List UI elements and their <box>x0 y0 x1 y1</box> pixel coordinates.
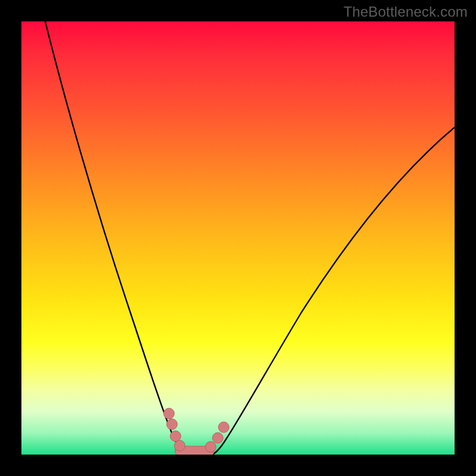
right-marker-3 <box>218 422 229 433</box>
left-marker-4 <box>174 440 185 451</box>
plot-area <box>21 21 455 455</box>
left-marker-3 <box>170 431 181 441</box>
right-marker-1 <box>205 441 216 452</box>
left-marker-1 <box>164 408 174 419</box>
right-curve <box>212 127 455 455</box>
outer-frame: TheBottleneck.com <box>0 0 476 476</box>
left-curve <box>45 21 188 455</box>
watermark-label: TheBottleneck.com <box>343 4 468 20</box>
left-marker-2 <box>167 419 177 430</box>
curves-layer <box>21 21 455 455</box>
right-marker-2 <box>212 433 223 443</box>
